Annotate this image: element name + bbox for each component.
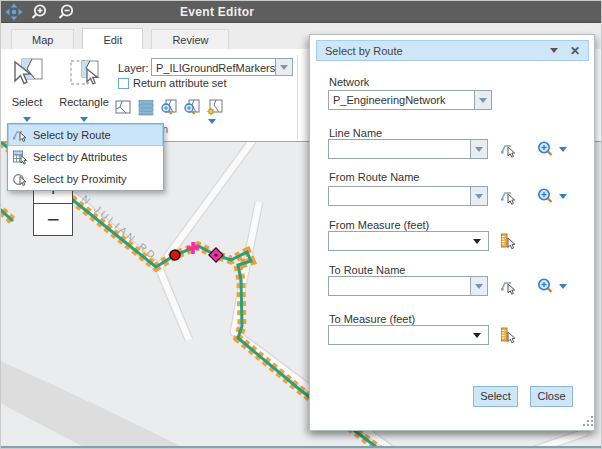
- from-measure-caret-icon: [473, 239, 481, 244]
- app-title: Event Editor: [180, 5, 254, 19]
- ribbon-divider: [297, 55, 298, 139]
- panel-collapse-caret-icon[interactable]: [550, 48, 558, 53]
- select-tool-caret-icon[interactable]: [23, 117, 31, 122]
- from-route-select-on-map-icon[interactable]: [499, 187, 518, 206]
- from-route-zoom-icon[interactable]: [536, 187, 555, 206]
- select-tool-label: Select: [7, 96, 47, 108]
- selection-tools-row: [114, 98, 224, 116]
- panel-title: Select by Route: [317, 45, 550, 57]
- pan-icon[interactable]: [5, 3, 23, 21]
- rectangle-tool-button[interactable]: Rectangle: [57, 57, 111, 126]
- menu-item-label: Select by Proximity: [33, 173, 127, 185]
- select-dropdown-menu: Select by Route Select by Attributes Sel…: [7, 123, 164, 191]
- from-measure-pick-icon[interactable]: [499, 232, 518, 251]
- rectangle-tool-icon: [68, 57, 101, 90]
- zoom-out-icon[interactable]: [57, 3, 75, 21]
- rectangle-tool-caret-icon[interactable]: [80, 117, 88, 122]
- layer-dropdown-button[interactable]: [275, 59, 292, 75]
- line-zoom-caret-icon[interactable]: [559, 147, 567, 152]
- select-polygon-icon[interactable]: [114, 98, 132, 116]
- select-button[interactable]: Select: [473, 386, 518, 407]
- to-route-select-on-map-icon[interactable]: [499, 277, 518, 296]
- menu-item-select-by-attributes[interactable]: Select by Attributes: [8, 146, 163, 168]
- line-name-label: Line Name: [329, 127, 382, 139]
- line-zoom-icon[interactable]: [536, 140, 555, 159]
- red-point-marker[interactable]: [170, 250, 180, 260]
- tab-review[interactable]: Review: [151, 29, 229, 49]
- menu-item-label: Select by Route: [33, 129, 111, 141]
- menu-item-select-by-proximity[interactable]: Select by Proximity: [8, 168, 163, 190]
- network-label: Network: [329, 76, 369, 88]
- select-by-proximity-icon: [12, 171, 28, 187]
- rectangle-tool-label: Rectangle: [57, 96, 111, 108]
- layer-select[interactable]: P_ILIGroundRefMarkers: [151, 58, 293, 76]
- from-route-label: From Route Name: [329, 171, 419, 183]
- panel-close-icon[interactable]: ✕: [570, 44, 580, 58]
- attribute-list-icon[interactable]: [137, 98, 155, 116]
- line-name-dropdown-button[interactable]: [470, 140, 487, 158]
- layer-label: Layer:: [118, 62, 149, 74]
- select-by-route-panel: Select by Route ✕ Network P_EngineeringN…: [309, 34, 595, 431]
- return-attribute-label: Return attribute set: [133, 77, 227, 89]
- layer-value: P_ILIGroundRefMarkers: [152, 59, 275, 75]
- selection-options-caret-icon[interactable]: [208, 119, 216, 124]
- from-route-select[interactable]: [328, 186, 488, 206]
- to-route-label: To Route Name: [329, 264, 405, 276]
- from-route-dropdown-button[interactable]: [470, 187, 487, 205]
- select-by-route-icon: [12, 127, 28, 143]
- from-measure-label: From Measure (feet): [329, 219, 429, 231]
- to-measure-label: To Measure (feet): [329, 313, 415, 325]
- to-measure-pick-icon[interactable]: [499, 326, 518, 345]
- select-tool-icon: [11, 57, 44, 90]
- menu-item-select-by-route[interactable]: Select by Route: [8, 124, 163, 146]
- network-dropdown-button[interactable]: [474, 91, 491, 109]
- zoom-in-icon[interactable]: [30, 3, 48, 21]
- to-route-value: [329, 277, 470, 295]
- to-route-zoom-caret-icon[interactable]: [559, 284, 567, 289]
- selection-options-icon[interactable]: [206, 98, 224, 116]
- close-button[interactable]: Close: [530, 386, 573, 407]
- line-name-value: [329, 140, 470, 158]
- tab-edit[interactable]: Edit: [82, 28, 143, 50]
- tab-map[interactable]: Map: [11, 29, 74, 49]
- pan-to-selection-icon[interactable]: [183, 98, 201, 116]
- map-zoom-out-button[interactable]: −: [34, 204, 72, 235]
- return-attribute-row: Return attribute set: [118, 77, 227, 89]
- select-tool-button[interactable]: Select: [7, 57, 47, 126]
- network-select[interactable]: P_EngineeringNetwork: [328, 90, 492, 110]
- from-route-zoom-caret-icon[interactable]: [559, 194, 567, 199]
- titlebar: Event Editor: [1, 1, 602, 23]
- from-route-value: [329, 187, 470, 205]
- to-route-select[interactable]: [328, 276, 488, 296]
- panel-header[interactable]: Select by Route ✕: [316, 40, 589, 61]
- map-bottom-border: [1, 446, 602, 448]
- from-measure-select[interactable]: [328, 231, 489, 251]
- menu-item-label: Select by Attributes: [33, 151, 127, 163]
- to-measure-select[interactable]: [328, 325, 489, 345]
- zoom-to-selection-icon[interactable]: [160, 98, 178, 116]
- line-select-on-map-icon[interactable]: [499, 140, 518, 159]
- to-route-dropdown-button[interactable]: [470, 277, 487, 295]
- event-editor-window: N JULIAN RD + −: [0, 0, 602, 449]
- panel-resize-grip[interactable]: [582, 415, 594, 427]
- to-measure-caret-icon: [473, 333, 481, 338]
- select-by-attributes-icon: [12, 149, 28, 165]
- return-attribute-checkbox[interactable]: [118, 78, 129, 89]
- to-route-zoom-icon[interactable]: [536, 277, 555, 296]
- line-name-select[interactable]: [328, 139, 488, 159]
- network-value: P_EngineeringNetwork: [329, 91, 474, 109]
